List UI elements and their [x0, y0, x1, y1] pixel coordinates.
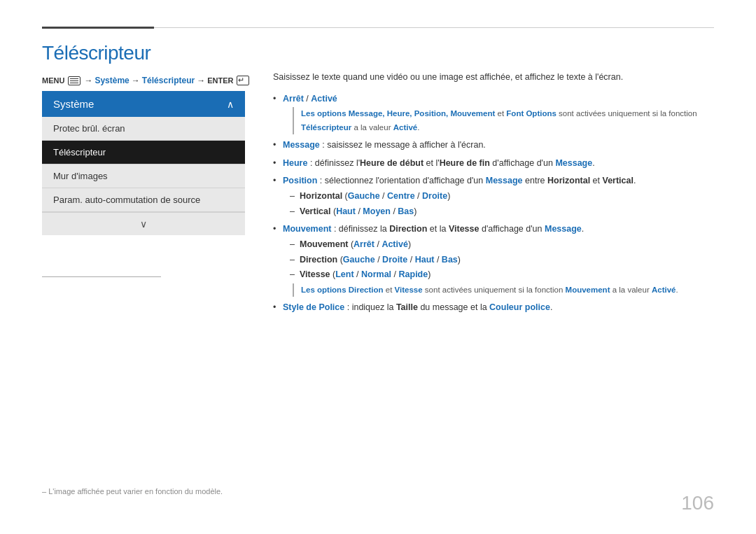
footer-note-text: L'image affichée peut varier en fonction…: [48, 487, 223, 496]
note-mouvement-text: Les options Direction et Vitesse sont ac…: [301, 286, 678, 294]
page-title: Téléscripteur: [42, 42, 150, 64]
main-content: Saisissez le texte quand une vidéo ou un…: [273, 70, 714, 492]
menu-telescripteur: Téléscripteur: [142, 76, 195, 85]
sidebar-footer[interactable]: ∨: [42, 212, 245, 235]
footer-note: L'image affichée peut varier en fonction…: [42, 487, 223, 496]
heure-desc: : définissez l'Heure de début et l'Heure…: [307, 158, 594, 168]
top-bar-accent: [42, 27, 154, 29]
menu-system: Système: [94, 76, 129, 85]
message-label: Message: [283, 140, 320, 150]
subitem-direction: Direction (Gauche / Droite / Haut / Bas): [290, 253, 714, 267]
page-number: 106: [681, 492, 714, 514]
list-item-mouvement: Mouvement : définissez la Direction et l…: [273, 223, 714, 297]
arrow-2: →: [132, 76, 140, 85]
chevron-up-icon[interactable]: ∧: [227, 99, 234, 110]
mouvement-desc: : définissez la Direction et la Vitesse …: [331, 224, 584, 234]
content-list: Arrêt / Activé Les options Message, Heur…: [273, 92, 714, 314]
top-bar: [42, 27, 714, 29]
subitem-horizontal: Horizontal (Gauche / Centre / Droite): [290, 190, 714, 203]
note-arret: Les options Message, Heure, Position, Mo…: [293, 107, 714, 134]
list-item-message: Message : saisissez le message à affiche…: [273, 139, 714, 152]
arret-label: Arrêt / Activé: [283, 94, 337, 104]
mouvement-label: Mouvement: [283, 224, 331, 234]
sidebar-divider: [42, 276, 161, 277]
position-label: Position: [283, 176, 317, 185]
subitem-mouvement-arret: Mouvement (Arrêt / Activé): [290, 238, 714, 251]
style-police-label: Style de Police: [283, 302, 344, 312]
enter-label: ENTER: [207, 76, 233, 85]
subitem-vertical: Vertical (Haut / Moyen / Bas): [290, 205, 714, 218]
sidebar-item-param[interactable]: Param. auto-commutation de source: [42, 188, 245, 212]
arrow-3: →: [197, 76, 205, 85]
mouvement-sublist: Mouvement (Arrêt / Activé) Direction (Ga…: [283, 238, 714, 281]
heure-label: Heure: [283, 158, 307, 168]
top-bar-line: [154, 27, 714, 28]
intro-text: Saisissez le texte quand une vidéo ou un…: [273, 70, 714, 84]
style-police-desc: : indiquez la Taille du message et la Co…: [344, 302, 552, 312]
sidebar-item-mur[interactable]: Mur d'images: [42, 164, 245, 188]
position-sublist: Horizontal (Gauche / Centre / Droite) Ve…: [283, 190, 714, 218]
menu-icon: [68, 76, 80, 85]
sidebar-title: Système: [53, 98, 94, 110]
sidebar: Système ∧ Protec brûl. écran Téléscripte…: [42, 91, 245, 235]
sidebar-item-protec[interactable]: Protec brûl. écran: [42, 117, 245, 141]
enter-icon: [237, 76, 249, 85]
menu-label: MENU: [42, 76, 64, 85]
note-arret-text: Les options Message, Heure, Position, Mo…: [301, 109, 697, 131]
subitem-vitesse: Vitesse (Lent / Normal / Rapide): [290, 268, 714, 281]
list-item-position: Position : sélectionnez l'orientation d'…: [273, 174, 714, 218]
sidebar-header: Système ∧: [42, 91, 245, 117]
list-item-style-police: Style de Police : indiquez la Taille du …: [273, 301, 714, 314]
menu-path: MENU → Système → Téléscripteur → ENTER: [42, 76, 251, 85]
arrow-1: →: [84, 76, 92, 85]
position-desc: : sélectionnez l'orientation d'affichage…: [317, 176, 636, 185]
chevron-down-icon[interactable]: ∨: [140, 218, 147, 230]
note-mouvement: Les options Direction et Vitesse sont ac…: [293, 283, 714, 297]
list-item-arret: Arrêt / Activé Les options Message, Heur…: [273, 92, 714, 134]
list-item-heure: Heure : définissez l'Heure de début et l…: [273, 157, 714, 170]
message-desc: : saisissez le message à afficher à l'éc…: [320, 140, 486, 150]
sidebar-item-telescripteur[interactable]: Téléscripteur: [42, 141, 245, 164]
